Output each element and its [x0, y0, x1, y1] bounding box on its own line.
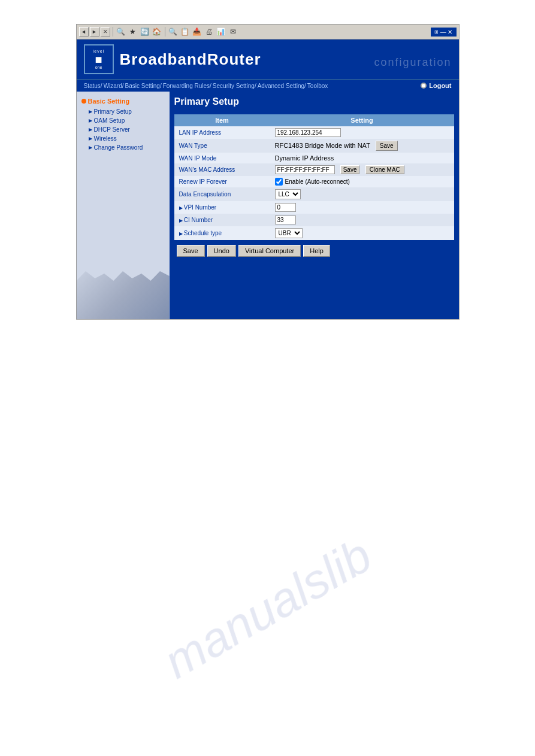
table-row: WAN Type RFC1483 Bridge Mode with NAT Sa…: [174, 139, 454, 153]
nav-bar: Status/ Wizard/ Basic Setting/ Forwardin…: [77, 79, 459, 92]
back-button[interactable]: ◄: [79, 27, 89, 37]
save-button[interactable]: Save: [177, 245, 205, 257]
col-header-setting: Setting: [270, 114, 454, 126]
search2-icon[interactable]: 🔍: [168, 26, 179, 37]
bottom-buttons-bar: Save Undo Virtual Computer Help: [174, 240, 454, 262]
row-value-encapsulation: LLC VC: [270, 187, 454, 201]
row-value-vpi: [270, 201, 454, 214]
nav-basic-setting[interactable]: Basic Setting/: [125, 83, 162, 89]
nav-forwarding-rules[interactable]: Forwarding Rules/: [163, 83, 211, 89]
row-value-wan-type: RFC1483 Bridge Mode with NAT Save: [270, 139, 454, 153]
stop-button[interactable]: ✕: [101, 27, 110, 37]
main-content: Basic Setting ▶ Primary Setup ▶ OAM Setu…: [77, 92, 459, 319]
logout-label[interactable]: Logout: [429, 82, 451, 89]
renew-ip-label: Enable (Auto-reconnect): [285, 178, 350, 185]
clone-mac-button[interactable]: Clone MAC: [365, 165, 404, 174]
sidebar-label-oam-setup: OAM Setup: [94, 117, 125, 124]
sidebar-label-primary-setup: Primary Setup: [94, 108, 132, 115]
nav-links: Status/ Wizard/ Basic Setting/ Forwardin…: [84, 83, 328, 89]
schedule-type-select[interactable]: UBR CBR VBR: [275, 228, 303, 238]
table-row: ▶ CI Number: [174, 214, 454, 226]
sidebar-item-wireless[interactable]: ▶ Wireless: [81, 134, 165, 143]
browser-toolbar: ◄ ► ✕ 🔍 ★ 🔄 🏠 🔍 📋 📥 🖨 📊 ✉ ⊞ — ✕: [77, 25, 459, 40]
save-mac-button[interactable]: Save: [340, 165, 360, 174]
taskbar-indicator: ⊞ — ✕: [431, 28, 457, 37]
virtual-computer-button[interactable]: Virtual Computer: [238, 245, 301, 257]
sidebar-arrow-2: ▶: [89, 118, 92, 123]
encapsulation-select[interactable]: LLC VC: [275, 189, 301, 199]
row-label-wan-type: WAN Type: [174, 139, 270, 153]
renew-ip-checkbox[interactable]: [275, 178, 283, 186]
logo-one-text: one: [95, 65, 102, 69]
sidebar-label-change-password: Change Password: [94, 144, 143, 151]
table-row: ▶ VPI Number: [174, 201, 454, 214]
row-label-encapsulation: Data Encapsulation: [174, 187, 270, 201]
wan-ip-mode-text: Dynamic IP Address: [275, 154, 334, 162]
sidebar-item-oam-setup[interactable]: ▶ OAM Setup: [81, 116, 165, 125]
sidebar-label-dhcp-server: DHCP Server: [94, 126, 130, 133]
undo-button[interactable]: Undo: [207, 245, 236, 257]
content-panel: Primary Setup Item Setting LAN IP Addres…: [170, 92, 459, 319]
change-wan-type-button[interactable]: Save: [376, 141, 398, 151]
row-value-ci: [270, 214, 454, 226]
forward-button[interactable]: ►: [90, 27, 99, 37]
nav-wizard[interactable]: Wizard/: [104, 83, 124, 89]
row-label-schedule: ▶ Schedule type: [174, 226, 270, 240]
logo-icon: ■: [95, 53, 102, 65]
logo-box: level ■ one: [84, 44, 114, 74]
sidebar: Basic Setting ▶ Primary Setup ▶ OAM Setu…: [77, 92, 170, 319]
folder-icon[interactable]: 📋: [180, 26, 191, 37]
row-value-wan-ip-mode: Dynamic IP Address: [270, 153, 454, 163]
row-label-lan-ip: LAN IP Address: [174, 126, 270, 139]
help-button[interactable]: Help: [303, 245, 330, 257]
wan-mac-input[interactable]: [275, 165, 335, 174]
home-icon[interactable]: 🏠: [152, 26, 162, 37]
row-value-wan-mac: Save Clone MAC: [270, 163, 454, 176]
renew-ip-checkbox-area: Enable (Auto-reconnect): [275, 178, 449, 186]
watermark-text: manualslib: [155, 528, 380, 690]
row-label-vpi: ▶ VPI Number: [174, 201, 270, 214]
sidebar-section-title: Basic Setting: [81, 98, 165, 105]
table-row: WAN IP Mode Dynamic IP Address: [174, 153, 454, 163]
sidebar-bullet: [81, 99, 86, 104]
row-label-wan-ip-mode: WAN IP Mode: [174, 153, 270, 163]
sidebar-decoration: [77, 271, 170, 319]
sidebar-item-change-password[interactable]: ▶ Change Password: [81, 143, 165, 152]
sidebar-arrow-3: ▶: [89, 127, 92, 132]
sidebar-item-primary-setup[interactable]: ▶ Primary Setup: [81, 107, 165, 116]
nav-status[interactable]: Status/: [84, 83, 102, 89]
col-header-item: Item: [174, 114, 270, 126]
sidebar-arrow-5: ▶: [89, 145, 92, 150]
nav-advanced-setting[interactable]: Advanced Setting/: [258, 83, 306, 89]
chart-icon[interactable]: 📊: [216, 26, 226, 37]
lan-ip-input[interactable]: [275, 128, 341, 137]
nav-toolbox[interactable]: Toolbox: [307, 83, 328, 89]
toolbar-separator: [113, 27, 113, 37]
table-row: Data Encapsulation LLC VC: [174, 187, 454, 201]
mail-icon[interactable]: ✉: [228, 26, 238, 37]
wan-type-text: RFC1483 Bridge Mode with NAT: [275, 142, 370, 149]
vpi-input[interactable]: [275, 203, 296, 212]
row-label-wan-mac: WAN's MAC Address: [174, 163, 270, 176]
sidebar-label-wireless: Wireless: [94, 135, 117, 142]
logout-radio: [421, 83, 427, 89]
refresh-icon[interactable]: 🔄: [140, 26, 150, 37]
nav-security-setting[interactable]: Security Setting/: [213, 83, 256, 89]
browser-frame: ◄ ► ✕ 🔍 ★ 🔄 🏠 🔍 📋 📥 🖨 📊 ✉ ⊞ — ✕ level ■ …: [76, 24, 460, 320]
settings-table: Item Setting LAN IP Address: [174, 114, 454, 240]
router-header: level ■ one BroadbandRouter configuratio…: [77, 40, 459, 79]
content-title: Primary Setup: [174, 96, 454, 110]
print-icon[interactable]: 🖨: [204, 26, 214, 37]
search-icon[interactable]: 🔍: [116, 26, 126, 37]
row-value-schedule: UBR CBR VBR: [270, 226, 454, 240]
sidebar-item-dhcp-server[interactable]: ▶ DHCP Server: [81, 125, 165, 134]
table-row: LAN IP Address: [174, 126, 454, 139]
sidebar-section: Basic Setting ▶ Primary Setup ▶ OAM Setu…: [77, 95, 170, 154]
download-icon[interactable]: 📥: [192, 26, 202, 37]
row-label-renew-ip: Renew IP Forever: [174, 176, 270, 187]
toolbar-separator2: [165, 27, 165, 37]
row-label-ci: ▶ CI Number: [174, 214, 270, 226]
sidebar-arrow-1: ▶: [89, 109, 92, 114]
ci-input[interactable]: [275, 215, 296, 224]
favorites-icon[interactable]: ★: [128, 26, 138, 37]
